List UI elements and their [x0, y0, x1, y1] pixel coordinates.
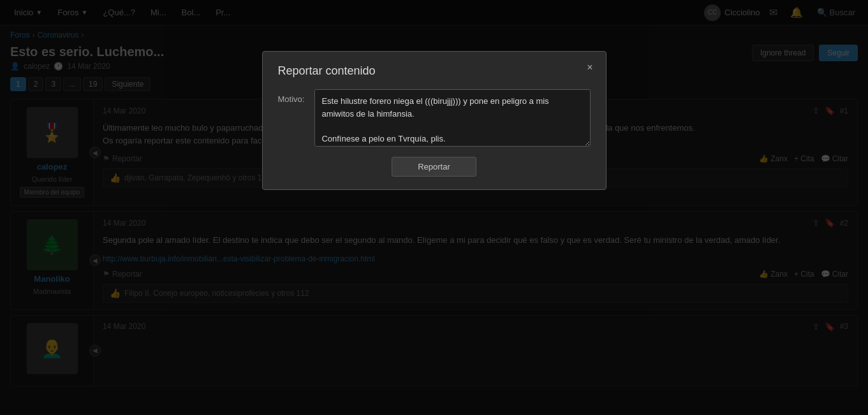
- modal-close-button[interactable]: ×: [583, 61, 596, 75]
- modal-motivo-label: Motivo:: [278, 89, 305, 104]
- modal-report-textarea[interactable]: Este hilustre forero niega el (((birujjj…: [314, 89, 590, 147]
- modal-title: Reportar contenido: [278, 64, 591, 78]
- modal-overlay: Reportar contenido × Motivo: Este hilust…: [0, 0, 868, 415]
- modal-submit-button[interactable]: Reportar: [392, 157, 476, 177]
- modal-body: Motivo: Este hilustre forero niega el ((…: [278, 89, 591, 147]
- modal-footer: Reportar: [278, 157, 591, 177]
- report-modal: Reportar contenido × Motivo: Este hilust…: [262, 51, 607, 190]
